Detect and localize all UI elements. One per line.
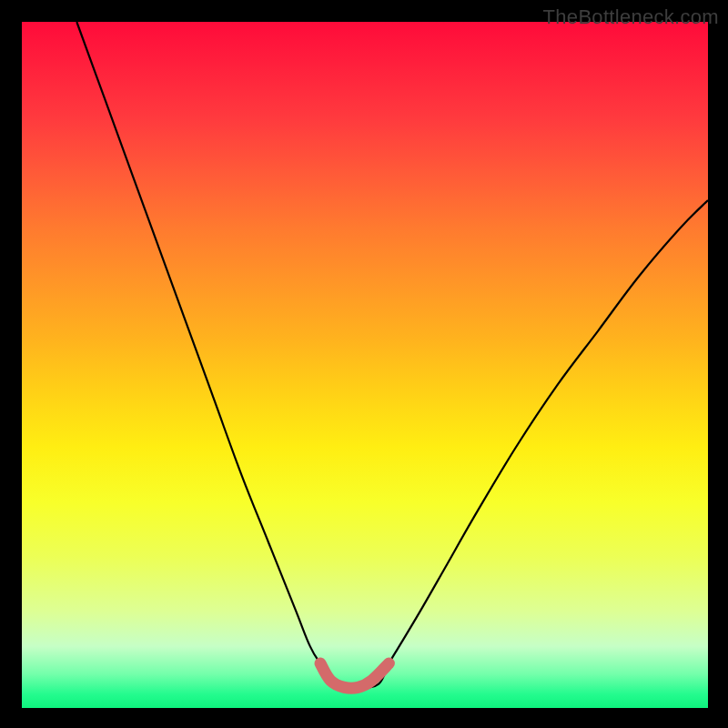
bottleneck-curve [76, 22, 708, 687]
watermark-text: TheBottleneck.com [543, 5, 719, 29]
curve-layer [22, 22, 708, 708]
plot-area [22, 22, 708, 708]
chart-frame: TheBottleneck.com [0, 0, 728, 728]
